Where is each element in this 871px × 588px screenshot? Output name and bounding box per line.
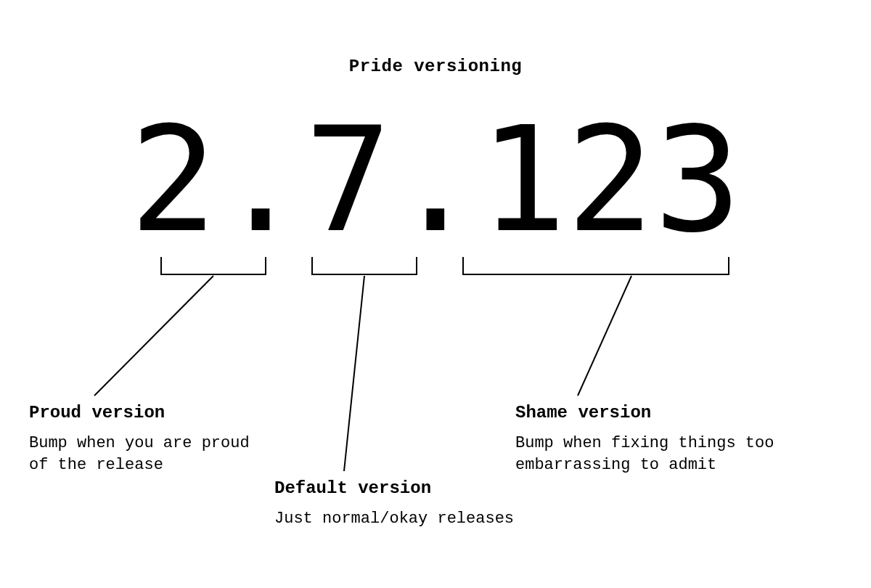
- leader-default-icon: [344, 276, 364, 471]
- label-proud: Proud version Bump when you are proud of…: [29, 401, 276, 477]
- leader-proud-icon: [94, 276, 213, 396]
- label-default-heading: Default version: [274, 476, 521, 501]
- label-proud-body: Bump when you are proud of the release: [29, 434, 250, 475]
- label-default-body: Just normal/okay releases: [274, 510, 514, 528]
- label-shame: Shame version Bump when fixing things to…: [515, 401, 806, 477]
- label-shame-heading: Shame version: [515, 401, 806, 425]
- version-number: 2.7.123: [0, 107, 871, 253]
- diagram-root: Pride versioning 2.7.123 Proud version B…: [0, 0, 871, 588]
- label-proud-heading: Proud version: [29, 401, 276, 425]
- label-shame-body: Bump when fixing things too embarrassing…: [515, 434, 774, 475]
- leader-shame-icon: [578, 276, 631, 396]
- label-default: Default version Just normal/okay release…: [274, 476, 521, 530]
- diagram-title: Pride versioning: [0, 57, 871, 76]
